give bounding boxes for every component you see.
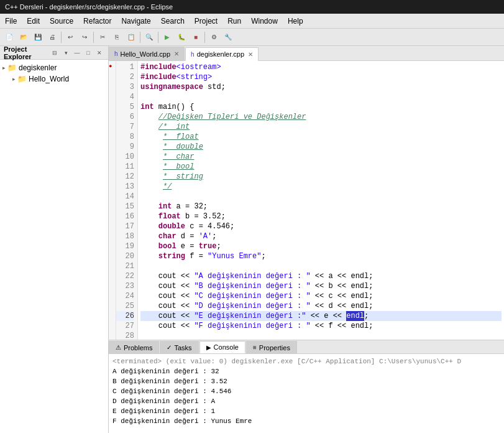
console-out-4: D değişkeninin değeri : A [112, 396, 500, 406]
toolbar-sep-2 [93, 32, 94, 43]
line-1: 1 [116, 62, 134, 72]
menu-source[interactable]: Source [45, 15, 78, 27]
line-9: 9 [116, 142, 134, 152]
line-22: 22 [116, 271, 134, 281]
menu-search[interactable]: Search [156, 15, 190, 27]
tree-item-degiskenler[interactable]: ▸ 📁 degiskenler [0, 62, 108, 73]
line-6: 6 [116, 112, 134, 122]
toolbar-redo[interactable]: ↪ [78, 30, 91, 44]
line-10: 10 [116, 152, 134, 162]
menu-help[interactable]: Help [283, 15, 308, 27]
tab-label-degiskenler: degiskenler.cpp [197, 50, 244, 58]
code-line-22: cout << "A değişkeninin değeri : " << a … [140, 271, 502, 281]
console-terminated: <terminated> (exit value: 0) degiskenler… [112, 356, 500, 366]
code-line-4 [140, 92, 502, 102]
toolbar-run[interactable]: ▶ [160, 30, 174, 44]
toolbar-new[interactable]: 📄 [2, 30, 16, 44]
menu-window[interactable]: Window [246, 15, 283, 27]
code-line-18: char d = 'A'; [140, 231, 502, 241]
code-line-13: */ [140, 182, 502, 192]
console-content: <terminated> (exit value: 0) degiskenler… [109, 354, 504, 433]
cpp-file-icon-hello: h [114, 50, 118, 57]
line-11: 11 [116, 162, 134, 172]
toolbar-sep-1 [61, 32, 62, 43]
code-line-16: float b = 3.52; [140, 212, 502, 221]
tab-label-hello: Hello_World.cpp [121, 50, 171, 58]
tab-tasks[interactable]: ✓ Tasks [160, 341, 198, 353]
menu-project[interactable]: Project [190, 15, 222, 27]
toolbar-clean[interactable]: 🔧 [221, 30, 235, 44]
line-20: 20 [116, 251, 134, 261]
line-8: 8 [116, 132, 134, 142]
line-23: 23 [116, 281, 134, 291]
explorer-menu[interactable]: ▾ [61, 48, 71, 58]
explorer-min[interactable]: — [72, 48, 82, 58]
code-area[interactable]: #include <iostream> #include <string> us… [138, 61, 504, 340]
code-line-12: * string [140, 172, 502, 182]
line-27: 27 [116, 321, 134, 331]
toolbar-undo[interactable]: ↩ [63, 30, 77, 44]
tab-hello-world[interactable]: h Hello_World.cpp ✕ [109, 47, 185, 60]
menu-run[interactable]: Run [222, 15, 246, 27]
console-out-1: A değişkeninin değeri : 32 [112, 366, 500, 376]
title-text: C++ Dersleri - degiskenler/src/degiskenl… [5, 3, 173, 11]
toolbar-sep-3 [140, 32, 140, 43]
toolbar-stop[interactable]: ■ [189, 30, 203, 44]
explorer-collapse[interactable]: ⊟ [50, 48, 60, 58]
tree-arrow-helloworld: ▸ [12, 76, 16, 82]
tab-console[interactable]: ▶ Console [199, 341, 245, 353]
tree-arrow-degiskenler: ▸ [2, 65, 6, 71]
cpp-file-icon-degiskenler: h [191, 51, 195, 58]
toolbar-open[interactable]: 📂 [17, 30, 30, 44]
line-18: 18 [116, 231, 134, 241]
main-layout: Project Explorer ⊟ ▾ — □ ✕ ▸ 📁 degiskenl… [0, 46, 504, 433]
code-line-28 [140, 331, 502, 340]
menu-edit[interactable]: Edit [22, 15, 45, 27]
problems-icon: ⚠ [116, 344, 121, 351]
folder-icon-helloworld: 📁 [17, 75, 27, 83]
line-25: 25 [116, 301, 134, 311]
tree-item-helloworld[interactable]: ▸ 📁 Hello_World [0, 73, 108, 85]
code-line-9: * double [140, 142, 502, 152]
code-line-5: int main() { [140, 102, 502, 112]
menu-file[interactable]: File [0, 15, 22, 27]
line-2: 2 [116, 72, 134, 82]
tab-degiskenler[interactable]: h degiskenler.cpp ✕ [185, 47, 259, 61]
tab-problems[interactable]: ⚠ Problems [109, 341, 159, 353]
line-24: 24 [116, 291, 134, 301]
title-bar: C++ Dersleri - degiskenler/src/degiskenl… [0, 0, 504, 14]
tab-close-hello[interactable]: ✕ [174, 50, 179, 57]
console-out-2: B değişkeninin değeri : 3.52 [112, 376, 500, 386]
tab-close-degiskenler[interactable]: ✕ [248, 51, 253, 58]
tab-console-label: Console [214, 343, 239, 351]
code-line-21 [140, 261, 502, 271]
toolbar-copy[interactable]: ⎘ [110, 30, 124, 44]
tab-tasks-label: Tasks [174, 344, 191, 352]
line-7: 7 [116, 122, 134, 132]
toolbar-paste[interactable]: 📋 [124, 30, 138, 44]
menu-refactor[interactable]: Refactor [78, 15, 116, 27]
code-line-6: //Değişken Tipleri ve Değişkenler [140, 112, 502, 122]
code-line-10: * char [140, 152, 502, 162]
explorer-actions: ⊟ ▾ — □ ✕ [50, 48, 104, 58]
tab-properties[interactable]: ≡ Properties [246, 341, 297, 353]
code-line-25: cout << "D değişkeninin değeri : " << d … [140, 301, 502, 311]
marker-column: ● [109, 61, 116, 340]
left-panel: Project Explorer ⊟ ▾ — □ ✕ ▸ 📁 degiskenl… [0, 46, 109, 433]
line-17: 17 [116, 221, 134, 231]
explorer-max[interactable]: □ [83, 48, 93, 58]
toolbar-save[interactable]: 💾 [31, 30, 45, 44]
code-line-8: * float [140, 132, 502, 142]
toolbar-build[interactable]: ⚙ [207, 30, 221, 44]
properties-icon: ≡ [253, 344, 257, 351]
toolbar-print[interactable]: 🖨 [45, 30, 59, 44]
code-line-26: cout << "E değişkeninin değeri :" << e <… [140, 311, 502, 321]
toolbar-sep-5 [204, 32, 205, 43]
explorer-close[interactable]: ✕ [94, 48, 104, 58]
toolbar-search[interactable]: 🔍 [142, 30, 156, 44]
toolbar-cut[interactable]: ✂ [96, 30, 109, 44]
menu-navigate[interactable]: Navigate [116, 15, 155, 27]
tree-label-degiskenler: degiskenler [19, 63, 57, 72]
line-numbers: 1 2 3 4 5 6 7 8 9 10 11 12 13 14 15 16 1… [116, 61, 138, 340]
toolbar-debug[interactable]: 🐛 [175, 30, 188, 44]
